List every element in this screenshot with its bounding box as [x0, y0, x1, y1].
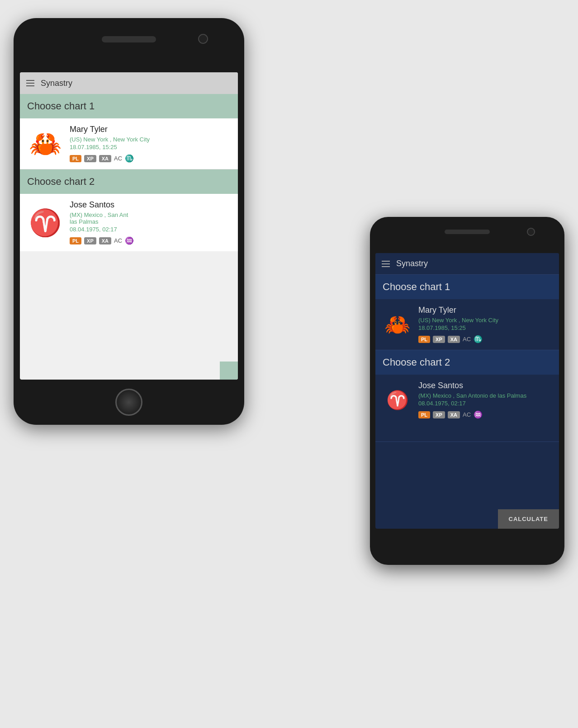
ac-sign-2: ♒: [125, 236, 134, 245]
phone2-chart1-card[interactable]: 🦀 Mary Tyler (US) New York , New York Ci…: [375, 299, 559, 350]
phone1-chart1-location: (US) New York , New York City: [70, 136, 231, 143]
phone1-partial-btn[interactable]: [220, 362, 238, 380]
phone2-chart1-location: (US) New York , New York City: [418, 317, 552, 324]
phone2-hamburger-icon[interactable]: [382, 261, 390, 267]
phone2-chart1-badges: PL XP XA AC ♏: [418, 335, 552, 343]
phone2-app-title: Synastry: [396, 259, 428, 268]
phone1-chart2-date: 08.04.1975, 02:17: [70, 226, 231, 233]
hamburger-icon[interactable]: [26, 80, 34, 86]
phone2-aries-icon: ♈: [383, 385, 412, 415]
phone2-chart2-badges: PL XP XA AC ♒: [418, 410, 552, 419]
badge-xa-2: XA: [99, 237, 111, 244]
phone2-chart2-name: Jose Santos: [418, 381, 552, 390]
phone2-chart1-name: Mary Tyler: [418, 305, 552, 315]
phone2: Synastry Choose chart 1 🦀 Mary Tyler (US…: [370, 217, 564, 565]
phone2-chart2-card[interactable]: ♈ Jose Santos (MX) Mexico , San Antonio …: [375, 375, 559, 442]
phone1-chart1-card[interactable]: 🦀 Mary Tyler (US) New York , New York Ci…: [20, 118, 238, 169]
phone1-header: Synastry: [20, 72, 238, 94]
ac-label-2: AC: [114, 237, 122, 244]
phone1-chart2-name: Jose Santos: [70, 200, 231, 210]
phone2-chart2-info: Jose Santos (MX) Mexico , San Antonio de…: [418, 381, 552, 419]
phone1-app-title: Synastry: [41, 79, 72, 88]
phone2-speaker: [445, 230, 490, 234]
calculate-button[interactable]: CALCULATE: [498, 509, 559, 529]
badge-xp-1: XP: [84, 155, 96, 162]
phone1-camera: [198, 34, 208, 44]
phone2-ac-label-1: AC: [463, 336, 471, 343]
phone2-chart2-title: Choose chart 2: [383, 357, 450, 368]
cancer-icon: 🦀: [27, 126, 63, 162]
badge-xp-2: XP: [84, 237, 96, 244]
ac-label-1: AC: [114, 155, 122, 162]
phone1-chart1-info: Mary Tyler (US) New York , New York City…: [70, 125, 231, 163]
phone1-speaker: [102, 36, 156, 42]
phone2-ac-label-2: AC: [463, 411, 471, 418]
phone2-chart1-date: 18.07.1985, 15:25: [418, 324, 552, 331]
phone2-badge-xa-2: XA: [448, 411, 460, 418]
phone1-chart1-name: Mary Tyler: [70, 125, 231, 134]
phone1-chart2-header[interactable]: Choose chart 2: [20, 169, 238, 194]
phone2-ac-sign-1: ♏: [474, 335, 483, 343]
phone1-home-button[interactable]: [115, 389, 142, 416]
phone2-chart2-header[interactable]: Choose chart 2: [375, 350, 559, 375]
phone2-badge-xp-2: XP: [433, 411, 445, 418]
phone2-badge-xp-1: XP: [433, 336, 445, 343]
phone2-badge-pl-2: PL: [418, 411, 430, 418]
phone1-chart2-badges: PL XP XA AC ♒: [70, 236, 231, 245]
ac-sign-1: ♏: [125, 154, 134, 163]
phone2-screen: Synastry Choose chart 1 🦀 Mary Tyler (US…: [375, 253, 559, 529]
phone2-chart1-title: Choose chart 1: [383, 281, 450, 292]
phone2-chart1-header[interactable]: Choose chart 1: [375, 275, 559, 299]
phone1-chart2-title: Choose chart 2: [27, 176, 95, 187]
phone2-badge-xa-1: XA: [448, 336, 460, 343]
phone1-chart1-date: 18.07.1985, 15:25: [70, 144, 231, 150]
badge-pl-2: PL: [70, 237, 81, 244]
badge-pl-1: PL: [70, 155, 81, 162]
phone2-header: Synastry: [375, 253, 559, 275]
phone2-badge-pl-1: PL: [418, 336, 430, 343]
phone2-cancer-icon: 🦀: [383, 310, 412, 339]
phone1-chart2-card[interactable]: ♈ Jose Santos (MX) Mexico , San Antlas P…: [20, 194, 238, 251]
phone2-ac-sign-2: ♒: [474, 410, 483, 419]
phone1-chart1-title: Choose chart 1: [27, 100, 95, 112]
phone1-screen: Synastry Choose chart 1 🦀 Mary Tyler (US…: [20, 72, 238, 380]
phone1-chart1-badges: PL XP XA AC ♏: [70, 154, 231, 163]
phone2-chart2-location: (MX) Mexico , San Antonio de las Palmas: [418, 392, 552, 399]
phone1: Synastry Choose chart 1 🦀 Mary Tyler (US…: [14, 18, 244, 425]
phone1-chart1-header[interactable]: Choose chart 1: [20, 94, 238, 118]
phone2-chart2-date: 08.04.1975, 02:17: [418, 400, 552, 407]
phone2-chart1-info: Mary Tyler (US) New York , New York City…: [418, 305, 552, 343]
phone1-chart2-info: Jose Santos (MX) Mexico , San Antlas Pal…: [70, 200, 231, 245]
phone1-chart2-location: (MX) Mexico , San Antlas Palmas: [70, 211, 231, 225]
phone2-camera: [527, 228, 535, 236]
aries-icon: ♈: [27, 205, 63, 241]
badge-xa-1: XA: [99, 155, 111, 162]
